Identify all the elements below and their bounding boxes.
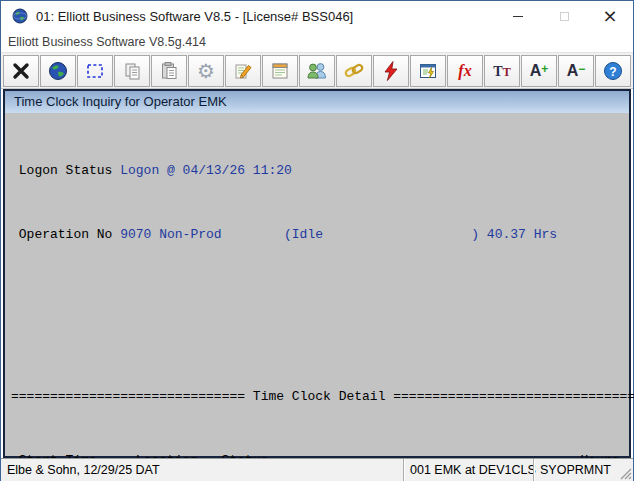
paste-button[interactable] bbox=[151, 55, 187, 87]
text-format-button[interactable]: TT bbox=[484, 55, 520, 87]
resize-grip-icon bbox=[620, 468, 632, 480]
edit-pencil-icon bbox=[233, 61, 253, 81]
notes-button[interactable] bbox=[262, 55, 298, 87]
font-decrease-button[interactable]: A− bbox=[558, 55, 594, 87]
settings-button[interactable]: ⚙ bbox=[188, 55, 224, 87]
window-lightning-icon bbox=[418, 61, 438, 81]
logon-status-row: Logon StatusLogon @ 04/13/26 11:20 bbox=[11, 163, 629, 179]
globe-icon bbox=[48, 61, 68, 81]
exit-icon bbox=[11, 61, 31, 81]
blank-area bbox=[11, 291, 629, 341]
resize-grip[interactable] bbox=[619, 459, 633, 481]
minimize-button[interactable] bbox=[495, 1, 541, 31]
logon-status-label: Logon Status bbox=[19, 163, 120, 179]
selection-box-icon bbox=[85, 61, 105, 81]
time-clock-inquiry-panel: Time Clock Inquiry for Operator EMK Logo… bbox=[3, 89, 631, 458]
screen-body: Logon StatusLogon @ 04/13/26 11:20 Opera… bbox=[5, 113, 629, 481]
users-button[interactable] bbox=[299, 55, 335, 87]
run-window-button[interactable] bbox=[410, 55, 446, 87]
screen-title: Time Clock Inquiry for Operator EMK bbox=[5, 91, 629, 113]
function-button[interactable]: fx bbox=[447, 55, 483, 87]
detail-divider: ============================== Time Cloc… bbox=[11, 389, 629, 405]
close-button[interactable]: × bbox=[587, 1, 633, 31]
copy-button[interactable] bbox=[114, 55, 150, 87]
operation-hours: ) 40.37 Hrs bbox=[471, 227, 557, 242]
edit-button[interactable] bbox=[225, 55, 261, 87]
link-icon bbox=[344, 61, 364, 81]
help-icon: ? bbox=[603, 61, 623, 81]
users-icon bbox=[306, 61, 328, 81]
lightning-button[interactable] bbox=[373, 55, 409, 87]
paste-icon bbox=[159, 61, 179, 81]
fx-icon: fx bbox=[458, 62, 471, 80]
svg-text:?: ? bbox=[609, 64, 616, 78]
logon-status-value: Logon @ 04/13/26 11:20 bbox=[120, 163, 292, 178]
app-window: 01: Elliott Business Software V8.5 - [Li… bbox=[0, 0, 634, 481]
menu-bar: Elliott Business Software V8.5g.414 bbox=[1, 31, 633, 52]
status-bar: Elbe & Sohn, 12/29/25 DAT 001 EMK at DEV… bbox=[1, 458, 633, 481]
toolbar: ⚙ bbox=[1, 52, 633, 89]
gear-icon: ⚙ bbox=[197, 61, 215, 81]
text-format-icon: TT bbox=[493, 62, 510, 80]
app-globe-icon bbox=[12, 8, 28, 24]
lightning-icon bbox=[381, 61, 401, 81]
maximize-icon bbox=[560, 12, 569, 21]
operation-row: Operation No9070 Non-Prod(Idle) 40.37 Hr… bbox=[11, 227, 629, 243]
title-bar: 01: Elliott Business Software V8.5 - [Li… bbox=[1, 1, 633, 31]
operation-status: (Idle bbox=[284, 227, 471, 243]
status-screen-id: SYOPRMNT bbox=[533, 459, 619, 481]
link-button[interactable] bbox=[336, 55, 372, 87]
operation-value: 9070 Non-Prod bbox=[120, 227, 284, 243]
close-icon: × bbox=[602, 7, 617, 25]
minimize-icon bbox=[513, 16, 523, 17]
font-decrease-icon: A− bbox=[567, 62, 586, 80]
copy-icon bbox=[122, 61, 142, 81]
operation-label: Operation No bbox=[19, 227, 120, 243]
help-button[interactable]: ? bbox=[595, 55, 631, 87]
internet-button[interactable] bbox=[40, 55, 76, 87]
select-button[interactable] bbox=[77, 55, 113, 87]
notes-icon bbox=[270, 61, 290, 81]
window-title: 01: Elliott Business Software V8.5 - [Li… bbox=[36, 9, 495, 24]
maximize-button[interactable] bbox=[541, 1, 587, 31]
status-company: Elbe & Sohn, 12/29/25 DAT bbox=[1, 459, 403, 481]
status-session: 001 EMK at DEV1CLS bbox=[403, 459, 533, 481]
font-increase-icon: A+ bbox=[530, 62, 549, 80]
font-increase-button[interactable]: A+ bbox=[521, 55, 557, 87]
app-version-label: Elliott Business Software V8.5g.414 bbox=[8, 35, 206, 49]
exit-button[interactable] bbox=[3, 55, 39, 87]
